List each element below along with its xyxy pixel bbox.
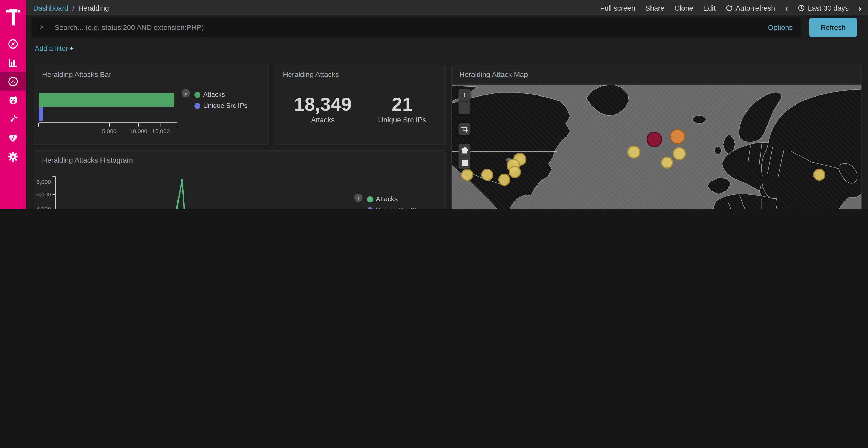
svg-text:15,000: 15,000 [152,128,170,134]
time-step-forward-button[interactable]: › [859,4,862,12]
panel-title: Heralding Attack Map [460,70,528,78]
attack-location-markers [452,84,862,209]
wrench-icon [8,113,18,124]
svg-text:8,000: 8,000 [36,179,51,185]
sidebar-item-dev-tools[interactable] [0,109,26,128]
attack-location-circle[interactable] [661,157,673,169]
attack-location-circle[interactable] [813,169,826,181]
refresh-icon [726,4,733,11]
breadcrumb-dashboard-link[interactable]: Dashboard [33,4,68,12]
kibana-dashboard-screen: Dashboard / Heralding Full screen Share … [0,0,868,209]
legend-item[interactable]: Unique Src IPs [194,100,247,111]
attack-location-circle[interactable] [673,147,686,160]
clone-button[interactable]: Clone [675,4,693,12]
full-screen-button[interactable]: Full screen [600,4,635,12]
sidebar-item-management[interactable] [0,147,26,166]
crop-icon [461,125,468,132]
legend-color-dot [367,207,373,209]
query-bar: >_ Options Refresh [26,15,868,39]
auto-refresh-button[interactable]: Auto-refresh [726,4,775,12]
share-button[interactable]: Share [645,4,664,12]
metric-label: Attacks [294,116,351,124]
clock-icon [798,4,805,11]
attack-location-circle[interactable] [461,169,473,181]
panel-attacks-histogram: Heralding Attacks Histogram 02,0004,0006… [34,150,445,209]
map-controls: + − [458,89,470,169]
app-sidebar [0,0,26,209]
metric-value: 21 [378,94,426,114]
search-input[interactable] [54,23,760,32]
polygon-icon [461,146,468,153]
legend-toggle-icon[interactable]: › [354,194,363,202]
panel-attacks-metric: Heralding Attacks 18,349 Attacks 21 Uniq… [275,65,445,145]
edit-button[interactable]: Edit [703,4,716,12]
legend-item[interactable]: Unique Src IPs [367,205,420,209]
sidebar-item-discover[interactable] [0,34,26,53]
world-map[interactable]: + − Count [452,84,862,209]
attack-location-circle[interactable] [627,145,641,159]
compass-icon [8,38,18,49]
legend-color-dot [194,92,200,98]
sidebar-item-visualize[interactable] [0,53,26,72]
legend-toggle-icon[interactable]: › [182,89,190,97]
attack-location-circle[interactable] [509,166,521,178]
breadcrumb: Dashboard / Heralding [33,4,109,12]
time-step-back-button[interactable]: ‹ [785,4,788,12]
svg-text:6,000: 6,000 [36,191,51,198]
top-nav: Dashboard / Heralding Full screen Share … [0,0,868,15]
add-filter-button[interactable]: Add a filter+ [35,45,74,53]
legend-item[interactable]: Attacks [194,89,247,100]
gauge-icon [8,76,18,87]
bar-chart-icon [8,57,18,68]
legend-color-dot [367,196,373,202]
metric-label: Unique Src IPs [378,116,426,124]
breadcrumb-separator: / [72,4,74,12]
console-prompt-icon: >_ [39,23,48,31]
svg-text:10,000: 10,000 [130,128,148,134]
sidebar-item-monitoring[interactable] [0,128,26,147]
lion-face-icon [7,95,19,106]
legend: › AttacksUnique Src IPs [182,89,247,111]
metric-unique-src-ips: 21 Unique Src IPs [378,94,426,124]
search-input-box: >_ Options [32,18,800,37]
draw-rectangle-button[interactable] [458,157,470,169]
attack-location-circle[interactable] [670,129,685,144]
panel-attack-map: Heralding Attack Map + − [451,65,862,209]
panel-attacks-bar: Heralding Attacks Bar 5,00010,00015,000 … [34,65,269,145]
svg-text:5,000: 5,000 [102,128,117,134]
panel-title: Heralding Attacks [283,70,339,78]
svg-text:4,000: 4,000 [36,206,51,209]
sidebar-item-timelion[interactable] [0,91,26,109]
attack-location-circle[interactable] [498,174,510,186]
zoom-out-button[interactable]: − [458,102,470,114]
breadcrumb-current: Heralding [78,4,109,12]
legend: › AttacksUnique Src IPs [354,194,420,209]
filter-bar: Add a filter+ [26,39,74,59]
t-mobile-logo[interactable] [0,0,26,34]
draw-polygon-button[interactable] [458,144,470,157]
heartbeat-icon [8,132,18,143]
sidebar-item-dashboard[interactable] [0,72,26,91]
legend-color-dot [194,103,200,109]
attack-location-circle[interactable] [481,169,493,181]
metric-attacks: 18,349 Attacks [294,94,351,124]
gear-icon [8,151,18,162]
options-link[interactable]: Options [768,23,793,31]
attack-location-circle[interactable] [647,132,662,147]
panel-title: Heralding Attacks Histogram [42,156,133,164]
panel-title: Heralding Attacks Bar [42,70,111,78]
legend-item[interactable]: Attacks [367,194,420,205]
rectangle-icon [461,159,468,166]
zoom-in-button[interactable]: + [458,89,470,102]
metric-value: 18,349 [294,94,351,114]
time-range-button[interactable]: Last 30 days [798,4,848,12]
refresh-button[interactable]: Refresh [809,18,857,37]
fit-data-bounds-button[interactable] [458,123,470,135]
